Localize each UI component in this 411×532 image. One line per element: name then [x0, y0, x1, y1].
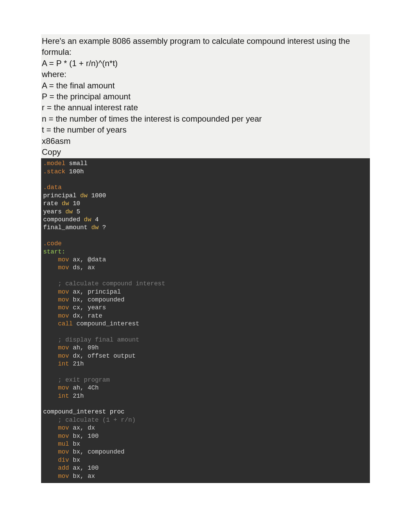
- operands: compound_interest: [73, 320, 139, 327]
- number: 10: [69, 200, 80, 207]
- copy-button[interactable]: Copy: [42, 147, 369, 158]
- operands: cx, years: [69, 304, 106, 311]
- operands: bx: [69, 441, 80, 447]
- opcode: mov: [58, 384, 69, 391]
- identifier: principal: [43, 192, 80, 199]
- opcode: div: [58, 457, 69, 463]
- operands: 21h: [69, 393, 84, 399]
- intro-line: A = the final amount: [42, 80, 369, 91]
- label: start:: [43, 248, 65, 255]
- intro-block: Here's an example 8086 assembly program …: [41, 34, 370, 158]
- intro-line: n = the number of times the interest is …: [42, 113, 369, 124]
- operands: dx, rate: [69, 312, 102, 319]
- keyword: dw: [62, 200, 69, 207]
- intro-line: Here's an example 8086 assembly program …: [42, 36, 369, 58]
- opcode: mov: [58, 448, 69, 455]
- operands: ds, ax: [69, 264, 95, 271]
- opcode: int: [58, 360, 69, 367]
- document-page: Here's an example 8086 assembly program …: [0, 0, 411, 532]
- operands: bx, ax: [69, 473, 95, 480]
- keyword: dw: [91, 224, 99, 231]
- number: 5: [73, 208, 80, 215]
- opcode: mov: [58, 296, 69, 303]
- comment: ; calculate (1 + r/n): [58, 417, 136, 423]
- number: 1000: [88, 192, 106, 199]
- proc-label: compound_interest proc: [43, 408, 125, 415]
- operands: 21h: [69, 360, 84, 367]
- operands: ah, 4Ch: [69, 384, 99, 391]
- intro-line: A = P * (1 + r/n)^(n*t): [42, 58, 369, 69]
- identifier: compounded: [43, 216, 84, 223]
- operands: ax, @data: [69, 256, 106, 263]
- operands: ax, dx: [69, 424, 95, 431]
- directive: .model: [43, 160, 65, 167]
- operands: ax, 100: [69, 465, 99, 471]
- opcode: call: [58, 320, 73, 327]
- opcode: mul: [58, 441, 69, 447]
- operands: bx, compounded: [69, 448, 125, 455]
- intro-line: where:: [42, 69, 369, 80]
- operands: bx: [69, 457, 80, 463]
- code-block: .model small .stack 100h .data principal…: [41, 158, 370, 483]
- operands: dx, offset output: [69, 352, 136, 359]
- opcode: mov: [58, 344, 69, 351]
- opcode: int: [58, 393, 69, 399]
- opcode: mov: [58, 433, 69, 440]
- keyword: dw: [65, 208, 73, 215]
- intro-line: t = the number of years: [42, 124, 369, 135]
- keyword: dw: [80, 192, 88, 199]
- number: 4: [91, 216, 99, 223]
- directive: .data: [43, 184, 62, 191]
- opcode: mov: [58, 264, 69, 271]
- opcode: mov: [58, 288, 69, 295]
- code-text: small: [65, 160, 88, 167]
- code-text: 100h: [65, 168, 84, 175]
- opcode: mov: [58, 312, 69, 319]
- operands: bx, compounded: [69, 296, 125, 303]
- opcode: mov: [58, 473, 69, 480]
- comment: ; calculate compound interest: [58, 280, 165, 287]
- intro-line: P = the principal amount: [42, 91, 369, 102]
- opcode: mov: [58, 304, 69, 311]
- intro-line: r = the annual interest rate: [42, 102, 369, 113]
- number: ?: [99, 224, 106, 231]
- opcode: mov: [58, 424, 69, 431]
- comment: ; exit program: [58, 376, 110, 383]
- directive: .stack: [43, 168, 65, 175]
- keyword: dw: [84, 216, 91, 223]
- opcode: add: [58, 465, 69, 471]
- operands: ax, principal: [69, 288, 121, 295]
- opcode: mov: [58, 256, 69, 263]
- operands: bx, 100: [69, 433, 99, 440]
- operands: ah, 09h: [69, 344, 99, 351]
- directive: .code: [43, 240, 62, 247]
- comment: ; display final amount: [58, 336, 139, 343]
- language-label: x86asm: [42, 136, 369, 147]
- identifier: final_amount: [43, 224, 91, 231]
- identifier: years: [43, 208, 65, 215]
- identifier: rate: [43, 200, 62, 207]
- opcode: mov: [58, 352, 69, 359]
